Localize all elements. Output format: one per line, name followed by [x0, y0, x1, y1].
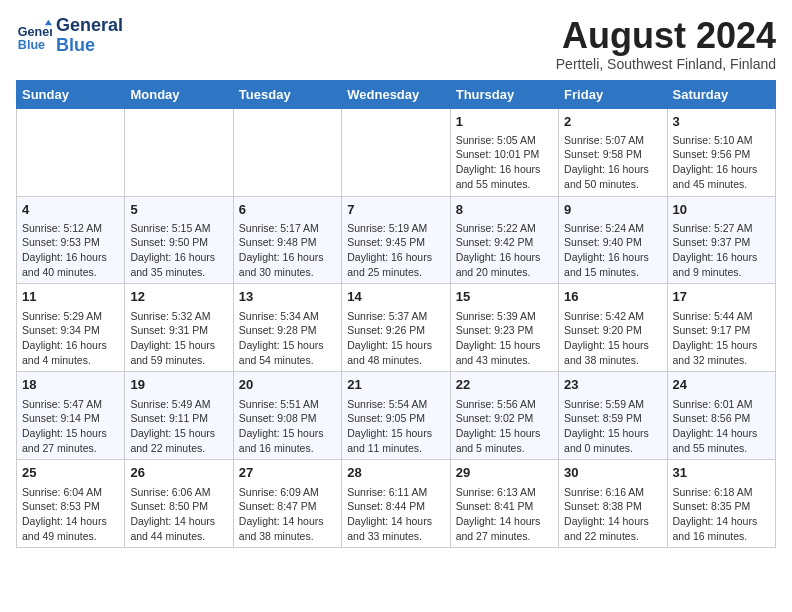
calendar-table: SundayMondayTuesdayWednesdayThursdayFrid…: [16, 80, 776, 549]
calendar-cell: 1Sunrise: 5:05 AM Sunset: 10:01 PM Dayli…: [450, 108, 558, 196]
day-number: 7: [347, 201, 444, 219]
calendar-cell: 7Sunrise: 5:19 AM Sunset: 9:45 PM Daylig…: [342, 196, 450, 284]
calendar-cell: 27Sunrise: 6:09 AM Sunset: 8:47 PM Dayli…: [233, 460, 341, 548]
calendar-week-row: 1Sunrise: 5:05 AM Sunset: 10:01 PM Dayli…: [17, 108, 776, 196]
calendar-cell: 24Sunrise: 6:01 AM Sunset: 8:56 PM Dayli…: [667, 372, 775, 460]
day-number: 18: [22, 376, 119, 394]
calendar-cell: 30Sunrise: 6:16 AM Sunset: 8:38 PM Dayli…: [559, 460, 667, 548]
day-info: Sunrise: 5:10 AM Sunset: 9:56 PM Dayligh…: [673, 133, 770, 192]
day-info: Sunrise: 5:32 AM Sunset: 9:31 PM Dayligh…: [130, 309, 227, 368]
day-number: 4: [22, 201, 119, 219]
day-info: Sunrise: 5:44 AM Sunset: 9:17 PM Dayligh…: [673, 309, 770, 368]
day-number: 11: [22, 288, 119, 306]
calendar-cell: [233, 108, 341, 196]
calendar-cell: 19Sunrise: 5:49 AM Sunset: 9:11 PM Dayli…: [125, 372, 233, 460]
day-number: 26: [130, 464, 227, 482]
calendar-cell: 26Sunrise: 6:06 AM Sunset: 8:50 PM Dayli…: [125, 460, 233, 548]
day-number: 27: [239, 464, 336, 482]
day-info: Sunrise: 5:59 AM Sunset: 8:59 PM Dayligh…: [564, 397, 661, 456]
calendar-cell: [342, 108, 450, 196]
day-info: Sunrise: 5:42 AM Sunset: 9:20 PM Dayligh…: [564, 309, 661, 368]
day-number: 1: [456, 113, 553, 131]
svg-text:Blue: Blue: [18, 37, 45, 51]
day-info: Sunrise: 6:09 AM Sunset: 8:47 PM Dayligh…: [239, 485, 336, 544]
calendar-cell: 18Sunrise: 5:47 AM Sunset: 9:14 PM Dayli…: [17, 372, 125, 460]
day-number: 2: [564, 113, 661, 131]
day-number: 8: [456, 201, 553, 219]
calendar-cell: 13Sunrise: 5:34 AM Sunset: 9:28 PM Dayli…: [233, 284, 341, 372]
calendar-cell: 3Sunrise: 5:10 AM Sunset: 9:56 PM Daylig…: [667, 108, 775, 196]
day-info: Sunrise: 6:04 AM Sunset: 8:53 PM Dayligh…: [22, 485, 119, 544]
day-info: Sunrise: 6:18 AM Sunset: 8:35 PM Dayligh…: [673, 485, 770, 544]
calendar-cell: 9Sunrise: 5:24 AM Sunset: 9:40 PM Daylig…: [559, 196, 667, 284]
calendar-cell: 10Sunrise: 5:27 AM Sunset: 9:37 PM Dayli…: [667, 196, 775, 284]
day-number: 13: [239, 288, 336, 306]
day-number: 10: [673, 201, 770, 219]
calendar-cell: 21Sunrise: 5:54 AM Sunset: 9:05 PM Dayli…: [342, 372, 450, 460]
calendar-week-row: 18Sunrise: 5:47 AM Sunset: 9:14 PM Dayli…: [17, 372, 776, 460]
day-info: Sunrise: 5:29 AM Sunset: 9:34 PM Dayligh…: [22, 309, 119, 368]
day-number: 12: [130, 288, 227, 306]
day-info: Sunrise: 5:12 AM Sunset: 9:53 PM Dayligh…: [22, 221, 119, 280]
day-info: Sunrise: 5:22 AM Sunset: 9:42 PM Dayligh…: [456, 221, 553, 280]
day-info: Sunrise: 6:13 AM Sunset: 8:41 PM Dayligh…: [456, 485, 553, 544]
day-info: Sunrise: 5:24 AM Sunset: 9:40 PM Dayligh…: [564, 221, 661, 280]
day-number: 16: [564, 288, 661, 306]
day-number: 28: [347, 464, 444, 482]
day-number: 6: [239, 201, 336, 219]
weekday-header: Thursday: [450, 80, 558, 108]
calendar-cell: [17, 108, 125, 196]
calendar-cell: 6Sunrise: 5:17 AM Sunset: 9:48 PM Daylig…: [233, 196, 341, 284]
calendar-cell: 12Sunrise: 5:32 AM Sunset: 9:31 PM Dayli…: [125, 284, 233, 372]
day-number: 30: [564, 464, 661, 482]
day-info: Sunrise: 5:37 AM Sunset: 9:26 PM Dayligh…: [347, 309, 444, 368]
day-info: Sunrise: 5:51 AM Sunset: 9:08 PM Dayligh…: [239, 397, 336, 456]
calendar-cell: 15Sunrise: 5:39 AM Sunset: 9:23 PM Dayli…: [450, 284, 558, 372]
day-number: 25: [22, 464, 119, 482]
day-info: Sunrise: 5:27 AM Sunset: 9:37 PM Dayligh…: [673, 221, 770, 280]
calendar-cell: 22Sunrise: 5:56 AM Sunset: 9:02 PM Dayli…: [450, 372, 558, 460]
calendar-cell: 14Sunrise: 5:37 AM Sunset: 9:26 PM Dayli…: [342, 284, 450, 372]
logo-line1: General: [56, 16, 123, 36]
weekday-header: Sunday: [17, 80, 125, 108]
day-info: Sunrise: 5:07 AM Sunset: 9:58 PM Dayligh…: [564, 133, 661, 192]
day-number: 9: [564, 201, 661, 219]
calendar-cell: 2Sunrise: 5:07 AM Sunset: 9:58 PM Daylig…: [559, 108, 667, 196]
day-number: 23: [564, 376, 661, 394]
day-info: Sunrise: 6:16 AM Sunset: 8:38 PM Dayligh…: [564, 485, 661, 544]
day-number: 15: [456, 288, 553, 306]
title-block: August 2024 Pertteli, Southwest Finland,…: [556, 16, 776, 72]
calendar-cell: 23Sunrise: 5:59 AM Sunset: 8:59 PM Dayli…: [559, 372, 667, 460]
calendar-week-row: 4Sunrise: 5:12 AM Sunset: 9:53 PM Daylig…: [17, 196, 776, 284]
day-number: 29: [456, 464, 553, 482]
day-number: 22: [456, 376, 553, 394]
day-info: Sunrise: 5:34 AM Sunset: 9:28 PM Dayligh…: [239, 309, 336, 368]
day-number: 5: [130, 201, 227, 219]
logo-line2: Blue: [56, 36, 123, 56]
day-info: Sunrise: 5:54 AM Sunset: 9:05 PM Dayligh…: [347, 397, 444, 456]
calendar-cell: 11Sunrise: 5:29 AM Sunset: 9:34 PM Dayli…: [17, 284, 125, 372]
day-info: Sunrise: 5:47 AM Sunset: 9:14 PM Dayligh…: [22, 397, 119, 456]
day-info: Sunrise: 5:17 AM Sunset: 9:48 PM Dayligh…: [239, 221, 336, 280]
month-title: August 2024: [556, 16, 776, 56]
weekday-header: Monday: [125, 80, 233, 108]
day-info: Sunrise: 5:56 AM Sunset: 9:02 PM Dayligh…: [456, 397, 553, 456]
calendar-cell: 5Sunrise: 5:15 AM Sunset: 9:50 PM Daylig…: [125, 196, 233, 284]
calendar-week-row: 25Sunrise: 6:04 AM Sunset: 8:53 PM Dayli…: [17, 460, 776, 548]
day-info: Sunrise: 5:49 AM Sunset: 9:11 PM Dayligh…: [130, 397, 227, 456]
page-header: General Blue General Blue August 2024 Pe…: [16, 16, 776, 72]
day-number: 14: [347, 288, 444, 306]
weekday-header: Friday: [559, 80, 667, 108]
location-subtitle: Pertteli, Southwest Finland, Finland: [556, 56, 776, 72]
logo-text-block: General Blue: [56, 16, 123, 56]
calendar-cell: 16Sunrise: 5:42 AM Sunset: 9:20 PM Dayli…: [559, 284, 667, 372]
calendar-cell: 4Sunrise: 5:12 AM Sunset: 9:53 PM Daylig…: [17, 196, 125, 284]
calendar-cell: 17Sunrise: 5:44 AM Sunset: 9:17 PM Dayli…: [667, 284, 775, 372]
calendar-cell: 31Sunrise: 6:18 AM Sunset: 8:35 PM Dayli…: [667, 460, 775, 548]
day-number: 24: [673, 376, 770, 394]
calendar-cell: 28Sunrise: 6:11 AM Sunset: 8:44 PM Dayli…: [342, 460, 450, 548]
header-row: SundayMondayTuesdayWednesdayThursdayFrid…: [17, 80, 776, 108]
day-info: Sunrise: 6:01 AM Sunset: 8:56 PM Dayligh…: [673, 397, 770, 456]
weekday-header: Wednesday: [342, 80, 450, 108]
day-info: Sunrise: 6:06 AM Sunset: 8:50 PM Dayligh…: [130, 485, 227, 544]
